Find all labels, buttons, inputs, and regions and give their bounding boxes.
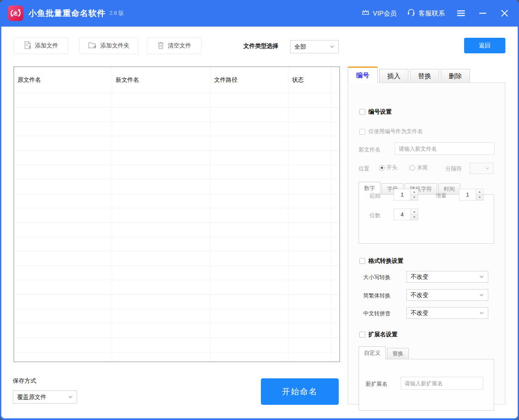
table-row: [14, 251, 340, 265]
chevron-down-icon: [68, 395, 73, 399]
position-end-radio[interactable]: 末尾: [410, 164, 428, 171]
panel-tabs: 编号 插入 替换 删除: [348, 67, 471, 83]
spin-down-icon: [413, 197, 415, 198]
start-input[interactable]: [394, 189, 411, 200]
format-settings-label: 格式转换设置: [368, 257, 403, 265]
add-folder-button[interactable]: 添加文件夹: [79, 37, 138, 54]
format-settings-checkbox[interactable]: 格式转换设置: [359, 257, 403, 265]
app-window: 名 小鱼批量重命名软件 2.6 版 VIP会员 客服联系: [0, 0, 519, 420]
start-spinner[interactable]: [410, 189, 418, 200]
trash-icon: [157, 41, 164, 51]
table-row: [14, 208, 340, 222]
extension-settings-checkbox[interactable]: 扩展名设置: [359, 331, 398, 338]
case-convert-value: 不改变: [411, 273, 428, 281]
crown-icon: [361, 9, 370, 18]
separator-label: 分隔符: [445, 165, 462, 172]
file-table: 原文件名 新文件名 文件路径 状态: [14, 67, 340, 362]
vip-label: VIP会员: [373, 9, 397, 18]
col-status[interactable]: 状态: [289, 67, 331, 93]
menu-icon[interactable]: [455, 7, 467, 19]
table-row: [14, 294, 340, 309]
position-start-radio[interactable]: 开头: [379, 164, 398, 171]
chevron-down-icon: [479, 275, 484, 278]
table-row: [14, 150, 340, 165]
simplified-traditional-label: 简繁体转换: [363, 292, 391, 299]
close-icon[interactable]: [499, 7, 510, 19]
save-mode-value: 覆盖原文件: [17, 394, 46, 401]
tab-delete[interactable]: 删除: [441, 69, 470, 83]
new-name-label: 新文件名: [359, 146, 380, 153]
only-number-checkbox[interactable]: 仅使用编号作为文件名: [359, 128, 423, 135]
file-type-label: 文件类型选择: [243, 42, 278, 50]
table-row: [14, 337, 340, 352]
separator-select[interactable]: [470, 163, 494, 174]
table-row: [14, 323, 340, 337]
increment-spinner[interactable]: [476, 189, 484, 200]
back-button[interactable]: 返回: [464, 38, 505, 53]
pinyin-label: 中文转拼音: [363, 310, 391, 317]
increment-input[interactable]: [459, 189, 476, 200]
headset-icon: [407, 8, 415, 18]
start-label: 起始: [369, 192, 380, 199]
support-label: 客服联系: [419, 9, 445, 18]
digits-spinner[interactable]: [410, 209, 418, 220]
only-number-label: 仅使用编号作为文件名: [368, 128, 423, 135]
add-folder-icon: [88, 41, 97, 50]
spin-up-icon: [413, 211, 415, 213]
case-convert-select[interactable]: 不改变: [406, 271, 488, 283]
col-new-name[interactable]: 新文件名: [112, 67, 211, 93]
position-label: 位置: [359, 165, 369, 172]
new-ext-label: 新扩展名: [366, 381, 387, 388]
settings-panel: 编号 插入 替换 删除 编号设置 仅使用编号作为文件名 新文件名 位置 开头: [348, 67, 505, 405]
clear-files-button[interactable]: 清空文件: [147, 37, 202, 54]
tab-insert[interactable]: 插入: [379, 69, 408, 83]
table-row: [14, 93, 340, 107]
radio-icon: [410, 165, 415, 170]
extension-settings-label: 扩展名设置: [368, 331, 398, 338]
digits-label: 位数: [369, 212, 380, 219]
spin-up-icon: [479, 191, 481, 193]
titlebar: 名 小鱼批量重命名软件 2.6 版 VIP会员 客服联系: [0, 0, 519, 26]
table-row: [14, 265, 340, 280]
file-table-body: [14, 93, 340, 362]
add-file-label: 添加文件: [35, 42, 58, 49]
chevron-down-icon: [330, 45, 334, 48]
checkbox-icon: [359, 258, 365, 264]
tab-replace[interactable]: 替换: [410, 69, 439, 83]
position-end-label: 末尾: [417, 164, 428, 171]
table-row: [14, 280, 340, 294]
panel-body: 编号设置 仅使用编号作为文件名 新文件名 位置 开头 末尾 分隔符: [348, 83, 505, 404]
file-type-value: 全部: [294, 43, 306, 51]
numbering-settings-checkbox[interactable]: 编号设置: [359, 108, 392, 116]
chevron-down-icon: [479, 311, 484, 315]
table-row: [14, 179, 340, 193]
support-button[interactable]: 客服联系: [407, 8, 445, 18]
table-row: [14, 136, 340, 150]
table-row: [14, 107, 340, 121]
file-table-header: 原文件名 新文件名 文件路径 状态: [14, 67, 340, 93]
add-file-button[interactable]: 添加文件: [14, 37, 68, 54]
add-file-icon: [24, 41, 32, 51]
digits-input[interactable]: [394, 209, 411, 220]
col-original-name[interactable]: 原文件名: [14, 67, 112, 93]
vip-button[interactable]: VIP会员: [361, 9, 397, 18]
subtab-custom[interactable]: 自定义: [359, 346, 386, 359]
extension-subtabs: 自定义 替换: [359, 346, 410, 359]
tab-numbering[interactable]: 编号: [348, 67, 378, 83]
simplified-traditional-select[interactable]: 不改变: [406, 289, 488, 301]
increment-label: 增量: [436, 192, 447, 199]
svg-text:名: 名: [13, 11, 18, 16]
spin-down-icon: [479, 197, 481, 198]
position-start-label: 开头: [387, 164, 398, 171]
new-name-input[interactable]: [395, 142, 494, 155]
start-rename-button[interactable]: 开始命名: [261, 378, 339, 405]
subtab-ext-replace[interactable]: 替换: [387, 348, 409, 359]
new-ext-input[interactable]: [401, 377, 483, 390]
minimize-icon[interactable]: [477, 7, 489, 19]
app-version: 2.6 版: [109, 10, 124, 17]
save-mode-select[interactable]: 覆盖原文件: [13, 390, 77, 404]
app-title: 小鱼批量重命名软件: [28, 8, 106, 19]
pinyin-select[interactable]: 不改变: [406, 307, 488, 319]
file-type-select[interactable]: 全部: [290, 40, 339, 53]
col-file-path[interactable]: 文件路径: [211, 67, 289, 93]
